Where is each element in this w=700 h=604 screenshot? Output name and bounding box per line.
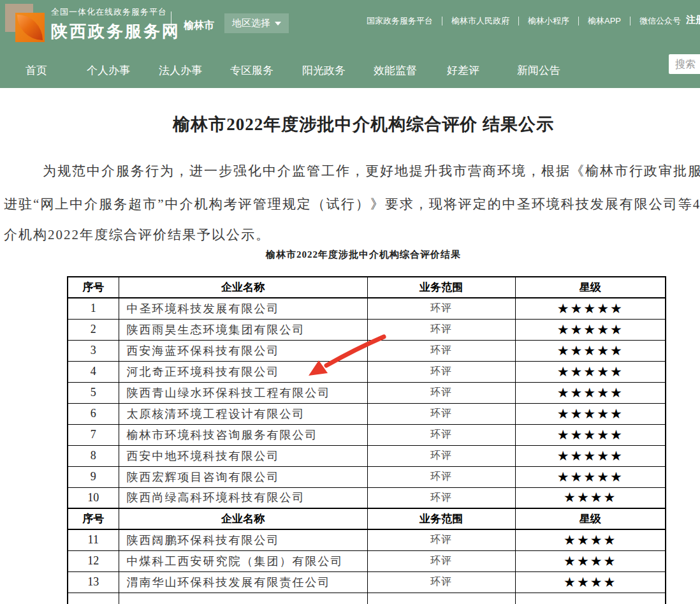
- table-row: 12中煤科工西安研究院（集团）有限公司环评★★★★: [68, 550, 666, 571]
- cell-scope: 环评: [367, 466, 515, 487]
- nav-item-corporate[interactable]: 法人办事: [159, 63, 202, 78]
- cell-stars: ★★★★: [515, 487, 666, 508]
- register-link[interactable]: 注册: [686, 14, 700, 26]
- table-header-row: 序号企业名称业务范围星级: [68, 508, 666, 529]
- search-input[interactable]: [669, 54, 700, 74]
- top-link-national-platform[interactable]: 国家政务服务平台: [367, 15, 433, 27]
- cell-no: 3: [68, 340, 119, 361]
- cell-company: 西安中地环境科技有限公司: [119, 445, 367, 466]
- top-link-wechat[interactable]: 微信公众号: [639, 15, 681, 27]
- link-separator: [518, 17, 519, 26]
- header-divider: [171, 11, 171, 37]
- cell-scope: 环评: [367, 445, 515, 466]
- cell-stars: ★★★★: [515, 571, 666, 593]
- cell-scope: 环评: [367, 403, 515, 424]
- column-header: 企业名称: [119, 508, 367, 529]
- cell-empty: [68, 593, 119, 604]
- table-row: 1中圣环境科技发展有限公司环评★★★★★: [68, 298, 666, 319]
- cell-stars: ★★★★★: [515, 340, 666, 361]
- cell-stars: ★★★★★: [515, 319, 666, 340]
- cell-no: 9: [68, 466, 119, 487]
- cell-no: 12: [68, 550, 119, 571]
- cell-company: 河北奇正环境科技有限公司: [119, 361, 367, 382]
- table-row: 13渭南华山环保科技发展有限责任公司环评★★★★: [68, 571, 666, 593]
- top-link-city-government[interactable]: 榆林市人民政府: [451, 15, 509, 27]
- evaluation-table: 序号企业名称业务范围星级1中圣环境科技发展有限公司环评★★★★★2陕西雨昊生态环…: [67, 276, 666, 604]
- announcement-paragraph-line: 介机构2022年度综合评价结果予以公示。: [4, 226, 270, 244]
- table-row: 9陕西宏辉项目咨询有限公司环评★★★★★: [68, 466, 666, 487]
- cell-stars: ★★★★: [515, 550, 666, 571]
- table-row-partial: [68, 593, 666, 604]
- announcement-paragraph-line: 为规范中介服务行为，进一步强化中介监管工作，更好地提升我市营商环境，根据《榆林市…: [4, 162, 700, 180]
- table-row: 2陕西雨昊生态环境集团有限公司环评★★★★★: [68, 319, 666, 340]
- page-title: 榆林市2022年度涉批中介机构综合评价 结果公示: [0, 113, 700, 136]
- cell-no: 7: [68, 424, 119, 445]
- platform-name: 全国一体化在线政务服务平台: [51, 6, 180, 18]
- table-caption: 榆林市2022年度涉批中介机构综合评价结果: [0, 249, 700, 261]
- top-link-app[interactable]: 榆林APP: [588, 15, 621, 27]
- site-logo-icon: [5, 4, 45, 42]
- evaluation-table-body: 序号企业名称业务范围星级1中圣环境科技发展有限公司环评★★★★★2陕西雨昊生态环…: [68, 277, 666, 604]
- column-header: 业务范围: [367, 277, 515, 298]
- cell-scope: 环评: [367, 487, 515, 508]
- cell-scope: 环评: [367, 298, 515, 319]
- column-header: 序号: [68, 508, 119, 529]
- top-links: 国家政务服务平台 榆林市人民政府 榆林小程序 榆林APP 微信公众号: [367, 15, 681, 27]
- site-header: 全国一体化在线政务服务平台 陕西政务服务网 榆林市 地区选择 国家政务服务平台 …: [0, 0, 700, 88]
- cell-scope: 环评: [367, 382, 515, 403]
- cell-company: 陕西尚绿高科环境科技有限公司: [119, 487, 367, 508]
- cell-scope: 环评: [367, 529, 515, 550]
- link-separator: [442, 17, 442, 26]
- cell-no: 13: [68, 571, 119, 593]
- column-header: 企业名称: [119, 277, 367, 298]
- cell-no: 5: [68, 382, 119, 403]
- cell-no: 10: [68, 487, 119, 508]
- table-row: 6太原核清环境工程设计有限公司环评★★★★★: [68, 403, 666, 424]
- cell-scope: 环评: [367, 340, 515, 361]
- cell-no: 2: [68, 319, 119, 340]
- link-separator: [578, 17, 579, 26]
- announcement-paragraph-line: 进驻“网上中介服务超市”中介机构考评管理规定（试行）》要求，现将评定的中圣环境科…: [4, 195, 700, 213]
- nav-item-efficiency-supervision[interactable]: 效能监督: [374, 63, 417, 78]
- cell-scope: 环评: [367, 361, 515, 382]
- table-row: 3西安海蓝环保科技有限公司环评★★★★★: [68, 340, 666, 361]
- nav-item-zone-services[interactable]: 专区服务: [230, 63, 273, 78]
- cell-empty: [367, 593, 515, 604]
- nav-item-personal[interactable]: 个人办事: [87, 63, 130, 78]
- cell-stars: ★★★★: [515, 529, 666, 550]
- table-row: 8西安中地环境科技有限公司环评★★★★★: [68, 445, 666, 466]
- nav-item-home[interactable]: 首页: [26, 63, 47, 78]
- cell-scope: 环评: [367, 550, 515, 571]
- cell-stars: ★★★★★: [515, 298, 666, 319]
- cell-company: 陕西青山绿水环保科技工程有限公司: [119, 382, 367, 403]
- nav-item-news[interactable]: 新闻公告: [517, 63, 560, 78]
- current-city-label: 榆林市: [184, 19, 214, 33]
- brand-block: 全国一体化在线政务服务平台 陕西政务服务网: [51, 6, 180, 43]
- table-row: 7榆林市环境科技咨询服务有限公司环评★★★★★: [68, 424, 666, 445]
- cell-empty: [515, 593, 666, 604]
- cell-stars: ★★★★★: [515, 403, 666, 424]
- cell-no: 1: [68, 298, 119, 319]
- cell-stars: ★★★★★: [515, 424, 666, 445]
- cell-empty: [119, 593, 367, 604]
- cell-company: 中圣环境科技发展有限公司: [119, 298, 367, 319]
- page: 全国一体化在线政务服务平台 陕西政务服务网 榆林市 地区选择 国家政务服务平台 …: [0, 0, 700, 604]
- table-row: 4河北奇正环境科技有限公司环评★★★★★: [68, 361, 666, 382]
- cell-company: 中煤科工西安研究院（集团）有限公司: [119, 550, 367, 571]
- cell-company: 陕西雨昊生态环境集团有限公司: [119, 319, 367, 340]
- column-header: 序号: [68, 277, 119, 298]
- table-header-row: 序号企业名称业务范围星级: [68, 277, 666, 298]
- nav-item-open-government[interactable]: 阳光政务: [302, 63, 346, 78]
- link-separator: [630, 17, 631, 26]
- cell-no: 8: [68, 445, 119, 466]
- table-row: 11陕西阔鹏环保科技有限公司环评★★★★: [68, 529, 666, 550]
- nav-item-rating[interactable]: 好差评: [447, 63, 479, 78]
- top-link-mini-program[interactable]: 榆林小程序: [528, 15, 569, 27]
- cell-company: 陕西宏辉项目咨询有限公司: [119, 466, 367, 487]
- cell-stars: ★★★★★: [515, 361, 666, 382]
- region-selector-button[interactable]: 地区选择: [224, 13, 289, 33]
- cell-no: 6: [68, 403, 119, 424]
- region-selector-label: 地区选择: [232, 17, 270, 29]
- chevron-down-icon: [275, 22, 281, 26]
- column-header: 星级: [515, 508, 666, 529]
